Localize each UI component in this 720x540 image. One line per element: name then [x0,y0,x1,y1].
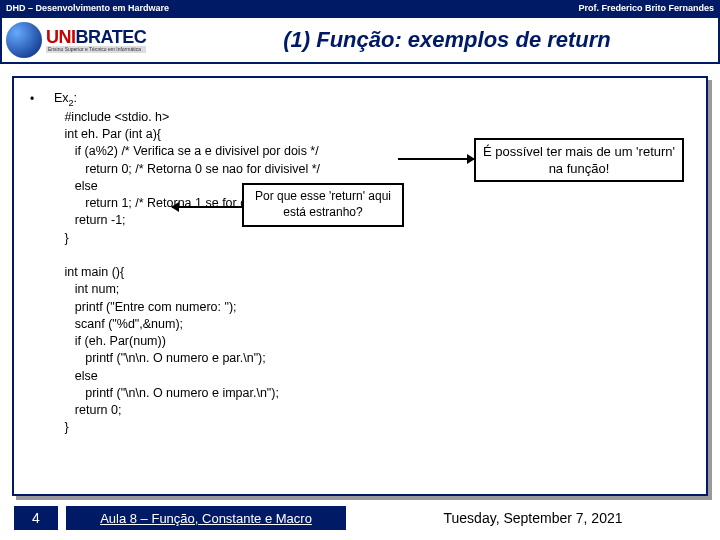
code-line-19: return 0; [54,403,121,417]
content-box: • Ex2: #include <stdio. h> int eh. Par (… [12,76,708,496]
code-line-13: printf ("Entre com numero: "); [54,300,237,314]
page-number: 4 [14,506,58,530]
lesson-label: Aula 8 – Função, Constante e Macro [66,506,346,530]
code-line-11: int main (){ [54,265,124,279]
logo-text: UNIBRATEC Ensino Superior e Técnico em I… [46,28,146,53]
code-line-12: int num; [54,282,119,296]
code-line-3: int eh. Par (int a){ [54,127,161,141]
logo: UNIBRATEC Ensino Superior e Técnico em I… [6,20,186,60]
code-line-17: else [54,369,98,383]
code-line-2: #include <stdio. h> [54,110,169,124]
slide-title: (1) Função: exemplos de return [186,27,718,53]
code-line-18: printf ("\n\n. O numero e impar.\n"); [54,386,279,400]
code-line-4: if (a%2) /* Verifica se a e divisivel po… [54,144,319,158]
arrow-icon [398,158,474,160]
code-line-6: else [54,179,98,193]
slide: DHD – Desenvolvimento em Hardware Prof. … [0,0,720,540]
course-name: DHD – Desenvolvimento em Hardware [6,3,169,13]
code-line-9: } [54,231,69,245]
code-block: Ex2: #include <stdio. h> int eh. Par (in… [54,90,320,437]
footer: 4 Aula 8 – Função, Constante e Macro Tue… [0,504,720,532]
arrow-icon [172,206,242,208]
code-line-15: if (eh. Par(num)) [54,334,166,348]
callout-note: É possível ter mais de um 'return' na fu… [474,138,684,182]
professor-name: Prof. Frederico Brito Fernandes [578,3,714,13]
logo-subtitle: Ensino Superior e Técnico em Informática [46,46,146,53]
header: UNIBRATEC Ensino Superior e Técnico em I… [0,16,720,64]
callout-question: Por que esse 'return' aqui está estranho… [242,183,404,227]
ex-label: Ex [54,91,69,105]
code-line-16: printf ("\n\n. O numero e par.\n"); [54,351,266,365]
code-line-14: scanf ("%d",&num); [54,317,183,331]
logo-uni: UNI [46,27,76,47]
ex-colon: : [74,91,77,105]
bullet-icon: • [30,92,34,106]
top-bar: DHD – Desenvolvimento em Hardware Prof. … [0,0,720,16]
code-line-5: return 0; /* Retorna 0 se nao for divisi… [54,162,320,176]
code-line-1: Ex2: [54,91,77,105]
globe-icon [6,22,42,58]
logo-bratec: BRATEC [76,27,147,47]
date-label: Tuesday, September 7, 2021 [346,510,720,526]
code-line-20: } [54,420,69,434]
logo-main: UNIBRATEC [46,28,146,46]
code-line-8: return -1; [54,213,126,227]
